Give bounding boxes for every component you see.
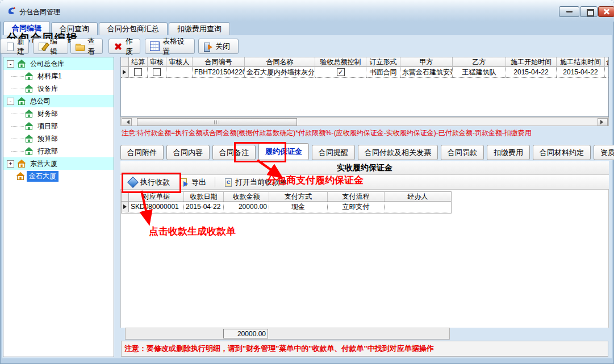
tab-material-agreement[interactable]: 合同材料约定 xyxy=(533,145,591,160)
receipt-date-cell[interactable]: 2015-04-22 xyxy=(184,202,224,212)
end-date-cell[interactable]: 2015-04-22 xyxy=(557,67,605,78)
col-auditor[interactable]: 审核人 xyxy=(166,57,193,67)
col-form[interactable]: 订立形式 xyxy=(366,57,400,67)
acceptance-control-cell[interactable]: ✓ xyxy=(315,67,366,78)
tree-item-finance-dept[interactable]: 财务部 xyxy=(3,107,114,120)
tab-withholding-query[interactable]: 扣缴费用查询 xyxy=(169,22,230,35)
doc-no-cell[interactable]: SKD080000001 xyxy=(129,202,184,212)
maximize-button[interactable] xyxy=(580,6,598,17)
tree-item-budget-dept[interactable]: 预算部 xyxy=(3,132,114,145)
tree-item-company-warehouse[interactable]: - 公司总仓库 xyxy=(3,57,114,70)
col-handler[interactable]: 经办人 xyxy=(385,192,452,202)
tab-payment-invoices[interactable]: 合同付款及相关发票 xyxy=(358,145,438,160)
tree-item-jinshi-tower-selected[interactable]: 金石大厦 xyxy=(3,170,114,182)
tree-connector xyxy=(11,89,24,89)
payable-formula-note: 注意:待付款金额=执行金额或合同金额(根据付款基数确定)*付款限额%-(应收履约… xyxy=(122,128,532,138)
contracts-hscrollbar[interactable] xyxy=(120,117,609,126)
pay-flow-cell[interactable]: 立即支付 xyxy=(328,202,385,212)
summary-bar: 20000.00 xyxy=(125,328,450,340)
handler-cell[interactable] xyxy=(385,202,452,212)
tab-subcontractor-summary[interactable]: 合同分包商汇总 xyxy=(99,22,168,35)
contract-name-cell[interactable]: 金石大厦内外墙抹灰分 xyxy=(245,67,315,78)
scroll-right-button[interactable] xyxy=(598,118,608,126)
tree-item-equipment-store[interactable]: 设备库 xyxy=(3,82,114,95)
execute-receipt-button[interactable]: 执行收款 xyxy=(123,175,175,189)
acceptance-checkbox-checked[interactable]: ✓ xyxy=(337,68,345,76)
tree-item-material-store[interactable]: 材料库1 xyxy=(3,70,114,82)
table-settings-button[interactable]: 表格设置 xyxy=(145,39,195,54)
pay-method-cell[interactable]: 现金 xyxy=(269,202,328,212)
contract-row[interactable]: FBHT2015042201 金石大厦内外墙抹灰分 ✓ 书面合同 东营金石建筑安… xyxy=(121,67,608,78)
green-house-icon xyxy=(17,97,26,105)
form-cell[interactable]: 书面合同 xyxy=(366,67,400,78)
col-pay-method[interactable]: 支付方式 xyxy=(269,192,328,202)
tree-item-label: 材料库1 xyxy=(35,71,64,82)
col-audit[interactable]: 审核 xyxy=(148,57,166,67)
col-receipt-amount[interactable]: 收款金额 xyxy=(224,192,269,202)
tree-connector xyxy=(11,151,24,152)
settle-cell[interactable] xyxy=(129,67,148,78)
tab-contract-penalty[interactable]: 合同罚款 xyxy=(441,145,484,160)
col-doc-no[interactable]: 对应单据 xyxy=(129,192,184,202)
row-selector[interactable] xyxy=(121,67,129,78)
start-date-cell[interactable]: 2015-04-22 xyxy=(506,67,557,78)
amount-total-box: 20000.00 xyxy=(223,329,268,338)
row-selector-header xyxy=(121,57,129,67)
tree-expand-icon[interactable]: + xyxy=(7,160,14,168)
title-bar: 分包合同管理 xyxy=(0,0,614,22)
partial-cell[interactable] xyxy=(605,67,609,78)
auditor-cell[interactable] xyxy=(166,67,193,78)
scroll-left-button[interactable] xyxy=(122,118,132,126)
party-a-cell[interactable]: 东营金石建筑安装 xyxy=(400,67,453,78)
col-party-b[interactable]: 乙方 xyxy=(453,57,506,67)
tab-contract-content[interactable]: 合同内容 xyxy=(166,145,210,160)
tab-performance-bond[interactable]: 履约保证金 xyxy=(258,143,309,160)
col-party-a[interactable]: 甲方 xyxy=(400,57,453,67)
minimize-button[interactable] xyxy=(559,6,579,17)
col-pay-flow[interactable]: 支付流程 xyxy=(328,192,385,202)
tab-contract-reminder[interactable]: 合同提醒 xyxy=(312,145,355,160)
settle-checkbox[interactable] xyxy=(134,68,142,76)
audit-cell[interactable] xyxy=(148,67,166,78)
new-button[interactable]: 新建 xyxy=(0,39,29,54)
yellow-house-icon xyxy=(16,172,25,180)
close-form-button[interactable]: 关闭 xyxy=(198,39,239,54)
tab-contract-attachments[interactable]: 合同附件 xyxy=(120,145,164,160)
col-contract-no[interactable]: 合同编号 xyxy=(193,57,245,67)
tree-item-admin-dept[interactable]: 行政部 xyxy=(3,145,114,157)
close-button[interactable] xyxy=(598,6,614,17)
export-button[interactable]: 导出 xyxy=(175,175,211,189)
scroll-right-icon xyxy=(600,120,605,124)
void-button[interactable]: 作废 xyxy=(108,39,140,54)
tree-item-project-dept[interactable]: 项目部 xyxy=(3,120,114,132)
tree-collapse-icon[interactable]: - xyxy=(7,60,14,68)
receipts-grid-header: 对应单据 收款日期 收款金额 支付方式 支付流程 经办人 xyxy=(122,192,451,202)
tree-collapse-icon[interactable]: - xyxy=(7,98,14,105)
col-end-date[interactable]: 施工结束时间 xyxy=(557,57,605,67)
col-contract-name[interactable]: 合同名称 xyxy=(245,57,315,67)
view-button[interactable]: 查看 xyxy=(70,39,103,54)
scrollbar-thumb[interactable] xyxy=(137,118,297,126)
row-selector[interactable] xyxy=(122,202,129,212)
col-acceptance-control[interactable]: 验收总额控制 xyxy=(315,57,366,67)
col-receipt-date[interactable]: 收款日期 xyxy=(184,192,224,202)
tree-item-dongying-tower[interactable]: + 东营大厦 xyxy=(3,157,114,170)
audit-checkbox[interactable] xyxy=(153,68,161,76)
detail-tab-strip: 合同附件 合同内容 合同备注 履约保证金 合同提醒 合同付款及相关发票 合同罚款… xyxy=(120,142,614,160)
col-partial[interactable]: 合 xyxy=(605,57,609,67)
minimize-icon xyxy=(566,11,573,12)
receipt-amount-cell[interactable]: 20000.00 xyxy=(224,202,269,212)
col-start-date[interactable]: 施工开始时间 xyxy=(506,57,557,67)
receipt-row[interactable]: SKD080000001 2015-04-22 20000.00 现金 立即支付 xyxy=(122,202,451,212)
contract-no-cell[interactable]: FBHT2015042201 xyxy=(193,67,245,78)
edit-button[interactable]: 编辑 xyxy=(33,39,68,54)
export-icon xyxy=(180,178,189,187)
current-row-arrow-icon xyxy=(123,204,129,209)
tab-contract-remarks[interactable]: 合同备注 xyxy=(212,145,256,160)
tab-qualification-mgmt[interactable]: 资质管理 xyxy=(594,145,614,160)
tab-withholding-fees[interactable]: 扣缴费用 xyxy=(487,145,530,160)
party-b-cell[interactable]: 王猛建筑队 xyxy=(453,67,506,78)
tree-item-head-office[interactable]: - 总公司 xyxy=(3,95,114,107)
col-settle[interactable]: 结算 xyxy=(129,57,148,67)
exit-door-icon xyxy=(203,42,212,51)
